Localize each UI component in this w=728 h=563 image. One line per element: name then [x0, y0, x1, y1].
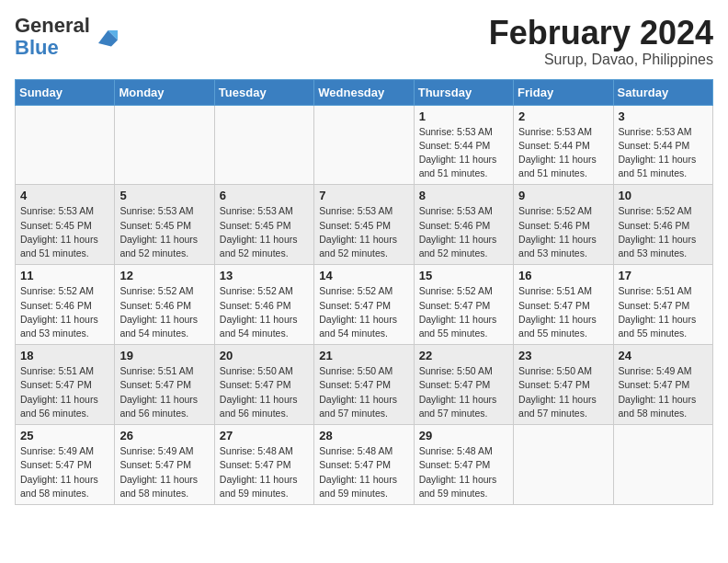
day-number: 18	[20, 349, 109, 362]
calendar-cell: 11Sunrise: 5:52 AM Sunset: 5:46 PM Dayli…	[16, 265, 115, 345]
day-header-friday: Friday	[514, 79, 613, 105]
day-info: Sunrise: 5:48 AM Sunset: 5:47 PM Dayligh…	[319, 444, 408, 500]
day-number: 27	[220, 429, 309, 442]
day-info: Sunrise: 5:53 AM Sunset: 5:46 PM Dayligh…	[419, 204, 508, 260]
calendar-cell: 6Sunrise: 5:53 AM Sunset: 5:45 PM Daylig…	[214, 185, 313, 265]
day-info: Sunrise: 5:50 AM Sunset: 5:47 PM Dayligh…	[518, 364, 608, 420]
day-info: Sunrise: 5:53 AM Sunset: 5:44 PM Dayligh…	[619, 125, 708, 181]
day-number: 22	[419, 349, 508, 362]
calendar-cell: 20Sunrise: 5:50 AM Sunset: 5:47 PM Dayli…	[214, 345, 313, 425]
calendar-cell	[16, 105, 115, 185]
calendar-cell: 21Sunrise: 5:50 AM Sunset: 5:47 PM Dayli…	[314, 345, 414, 425]
calendar-cell	[214, 105, 313, 185]
day-info: Sunrise: 5:53 AM Sunset: 5:44 PM Dayligh…	[419, 125, 508, 181]
calendar-cell: 4Sunrise: 5:53 AM Sunset: 5:45 PM Daylig…	[16, 185, 115, 265]
calendar-cell: 26Sunrise: 5:49 AM Sunset: 5:47 PM Dayli…	[115, 425, 214, 505]
day-info: Sunrise: 5:53 AM Sunset: 5:45 PM Dayligh…	[119, 204, 209, 260]
page-header: GeneralBlue February 2024 Surup, Davao, …	[15, 15, 713, 68]
day-number: 2	[518, 109, 608, 123]
day-number: 20	[220, 349, 309, 362]
day-number: 11	[20, 269, 109, 282]
day-header-thursday: Thursday	[414, 79, 513, 105]
calendar-cell: 23Sunrise: 5:50 AM Sunset: 5:47 PM Dayli…	[514, 345, 613, 425]
day-info: Sunrise: 5:49 AM Sunset: 5:47 PM Dayligh…	[20, 444, 109, 500]
calendar-week-row: 4Sunrise: 5:53 AM Sunset: 5:45 PM Daylig…	[16, 185, 713, 265]
calendar-cell: 7Sunrise: 5:53 AM Sunset: 5:45 PM Daylig…	[314, 185, 414, 265]
day-number: 17	[619, 269, 708, 282]
day-header-monday: Monday	[115, 79, 214, 105]
day-header-tuesday: Tuesday	[214, 79, 313, 105]
day-info: Sunrise: 5:53 AM Sunset: 5:45 PM Dayligh…	[220, 204, 309, 260]
calendar-cell: 9Sunrise: 5:52 AM Sunset: 5:46 PM Daylig…	[514, 185, 613, 265]
day-number: 21	[319, 349, 408, 362]
calendar-cell: 12Sunrise: 5:52 AM Sunset: 5:46 PM Dayli…	[115, 265, 214, 345]
day-number: 10	[619, 189, 708, 202]
calendar-cell: 8Sunrise: 5:53 AM Sunset: 5:46 PM Daylig…	[414, 185, 513, 265]
day-number: 25	[20, 429, 109, 442]
day-header-sunday: Sunday	[16, 79, 115, 105]
calendar-cell: 15Sunrise: 5:52 AM Sunset: 5:47 PM Dayli…	[414, 265, 513, 345]
logo: GeneralBlue	[15, 15, 118, 59]
day-number: 4	[20, 189, 109, 202]
calendar-cell: 5Sunrise: 5:53 AM Sunset: 5:45 PM Daylig…	[115, 185, 214, 265]
calendar-cell	[115, 105, 214, 185]
page-subtitle: Surup, Davao, Philippines	[489, 52, 713, 68]
logo-icon	[92, 24, 118, 50]
day-info: Sunrise: 5:53 AM Sunset: 5:44 PM Dayligh…	[518, 125, 608, 181]
calendar-week-row: 18Sunrise: 5:51 AM Sunset: 5:47 PM Dayli…	[16, 345, 713, 425]
day-info: Sunrise: 5:51 AM Sunset: 5:47 PM Dayligh…	[20, 364, 109, 420]
calendar-cell: 16Sunrise: 5:51 AM Sunset: 5:47 PM Dayli…	[514, 265, 613, 345]
day-number: 6	[220, 189, 309, 202]
calendar-cell	[514, 425, 613, 505]
calendar-cell: 19Sunrise: 5:51 AM Sunset: 5:47 PM Dayli…	[115, 345, 214, 425]
day-number: 5	[119, 189, 209, 202]
calendar-table: SundayMondayTuesdayWednesdayThursdayFrid…	[15, 79, 713, 505]
day-number: 7	[319, 189, 408, 202]
day-info: Sunrise: 5:51 AM Sunset: 5:47 PM Dayligh…	[119, 364, 209, 420]
day-info: Sunrise: 5:52 AM Sunset: 5:46 PM Dayligh…	[619, 204, 708, 260]
day-number: 9	[518, 189, 608, 202]
calendar-week-row: 1Sunrise: 5:53 AM Sunset: 5:44 PM Daylig…	[16, 105, 713, 185]
day-number: 1	[419, 109, 508, 123]
calendar-cell: 28Sunrise: 5:48 AM Sunset: 5:47 PM Dayli…	[314, 425, 414, 505]
day-header-wednesday: Wednesday	[314, 79, 414, 105]
calendar-cell: 29Sunrise: 5:48 AM Sunset: 5:47 PM Dayli…	[414, 425, 513, 505]
day-info: Sunrise: 5:53 AM Sunset: 5:45 PM Dayligh…	[319, 204, 408, 260]
calendar-cell: 14Sunrise: 5:52 AM Sunset: 5:47 PM Dayli…	[314, 265, 414, 345]
title-block: February 2024 Surup, Davao, Philippines	[489, 15, 713, 68]
day-info: Sunrise: 5:50 AM Sunset: 5:47 PM Dayligh…	[220, 364, 309, 420]
day-info: Sunrise: 5:52 AM Sunset: 5:46 PM Dayligh…	[20, 284, 109, 340]
calendar-week-row: 25Sunrise: 5:49 AM Sunset: 5:47 PM Dayli…	[16, 425, 713, 505]
day-number: 26	[119, 429, 209, 442]
day-info: Sunrise: 5:48 AM Sunset: 5:47 PM Dayligh…	[419, 444, 508, 500]
calendar-cell: 1Sunrise: 5:53 AM Sunset: 5:44 PM Daylig…	[414, 105, 513, 185]
calendar-cell: 18Sunrise: 5:51 AM Sunset: 5:47 PM Dayli…	[16, 345, 115, 425]
day-number: 13	[220, 269, 309, 282]
day-number: 14	[319, 269, 408, 282]
calendar-cell: 25Sunrise: 5:49 AM Sunset: 5:47 PM Dayli…	[16, 425, 115, 505]
calendar-cell	[613, 425, 712, 505]
day-number: 8	[419, 189, 508, 202]
day-number: 3	[619, 109, 708, 123]
day-info: Sunrise: 5:51 AM Sunset: 5:47 PM Dayligh…	[518, 284, 608, 340]
calendar-cell: 17Sunrise: 5:51 AM Sunset: 5:47 PM Dayli…	[613, 265, 712, 345]
calendar-cell: 24Sunrise: 5:49 AM Sunset: 5:47 PM Dayli…	[613, 345, 712, 425]
calendar-cell: 13Sunrise: 5:52 AM Sunset: 5:46 PM Dayli…	[214, 265, 313, 345]
day-info: Sunrise: 5:52 AM Sunset: 5:46 PM Dayligh…	[220, 284, 309, 340]
day-number: 28	[319, 429, 408, 442]
calendar-cell	[314, 105, 414, 185]
day-info: Sunrise: 5:49 AM Sunset: 5:47 PM Dayligh…	[119, 444, 209, 500]
day-header-saturday: Saturday	[613, 79, 712, 105]
calendar-cell: 2Sunrise: 5:53 AM Sunset: 5:44 PM Daylig…	[514, 105, 613, 185]
calendar-cell: 10Sunrise: 5:52 AM Sunset: 5:46 PM Dayli…	[613, 185, 712, 265]
page-title: February 2024	[489, 15, 713, 52]
calendar-week-row: 11Sunrise: 5:52 AM Sunset: 5:46 PM Dayli…	[16, 265, 713, 345]
day-info: Sunrise: 5:52 AM Sunset: 5:47 PM Dayligh…	[319, 284, 408, 340]
calendar-cell: 27Sunrise: 5:48 AM Sunset: 5:47 PM Dayli…	[214, 425, 313, 505]
day-number: 24	[619, 349, 708, 362]
day-number: 12	[119, 269, 209, 282]
calendar-header-row: SundayMondayTuesdayWednesdayThursdayFrid…	[16, 79, 713, 105]
day-info: Sunrise: 5:50 AM Sunset: 5:47 PM Dayligh…	[319, 364, 408, 420]
day-number: 15	[419, 269, 508, 282]
day-info: Sunrise: 5:52 AM Sunset: 5:46 PM Dayligh…	[119, 284, 209, 340]
